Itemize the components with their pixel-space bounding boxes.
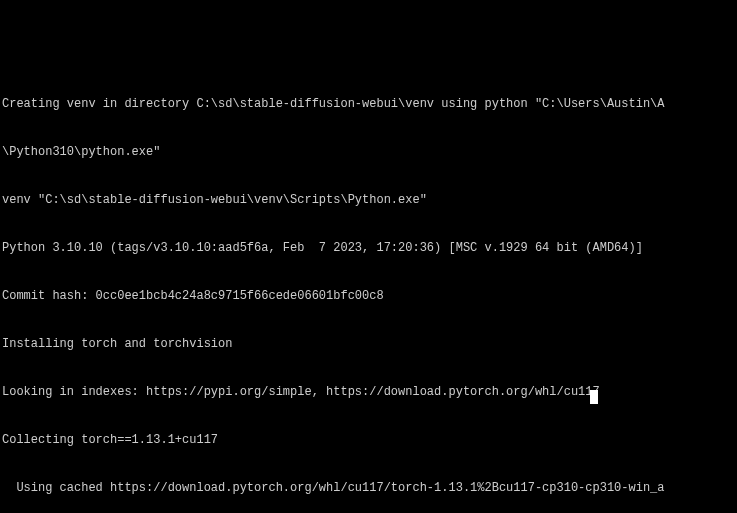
output-line: Python 3.10.10 (tags/v3.10.10:aad5f6a, F…: [2, 240, 735, 256]
output-line: Looking in indexes: https://pypi.org/sim…: [2, 384, 735, 400]
output-line: Commit hash: 0cc0ee1bcb4c24a8c9715f66ced…: [2, 288, 735, 304]
terminal-output[interactable]: Creating venv in directory C:\sd\stable-…: [0, 64, 737, 513]
output-line: Creating venv in directory C:\sd\stable-…: [2, 96, 735, 112]
text-cursor-icon: [590, 390, 598, 404]
output-line: Using cached https://download.pytorch.or…: [2, 480, 735, 496]
output-line: venv "C:\sd\stable-diffusion-webui\venv\…: [2, 192, 735, 208]
output-line: \Python310\python.exe": [2, 144, 735, 160]
output-line: Installing torch and torchvision: [2, 336, 735, 352]
output-line: Collecting torch==1.13.1+cu117: [2, 432, 735, 448]
